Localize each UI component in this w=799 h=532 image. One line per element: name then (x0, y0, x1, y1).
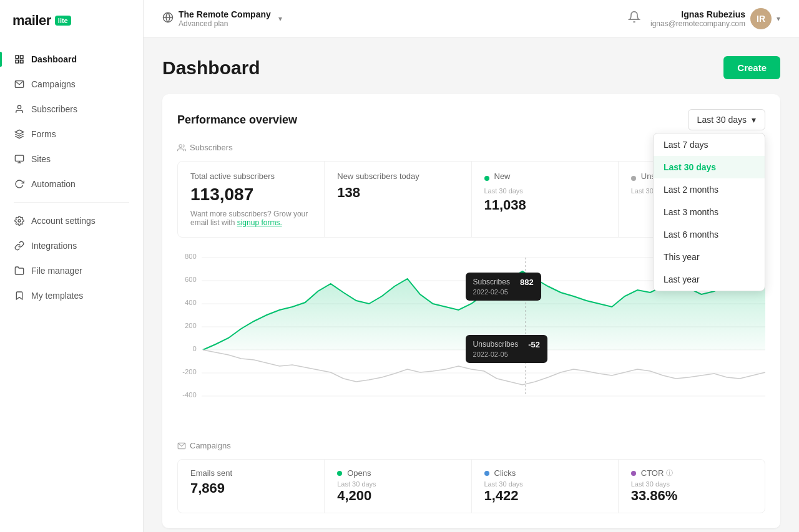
header-right-area: Ignas Rubezius ignas@remotecompany.com I… (628, 8, 780, 29)
sidebar-item-file-manager[interactable]: File manager (6, 259, 137, 283)
dropdown-item-lastyear[interactable]: Last year (654, 268, 765, 291)
svg-marker-6 (15, 130, 23, 134)
logo: mailer lite (12, 12, 130, 29)
dropdown-item-3months[interactable]: Last 3 months (654, 201, 765, 223)
sidebar-item-my-templates[interactable]: My templates (6, 284, 137, 307)
sidebar-item-dashboard-label: Dashboard (31, 54, 77, 64)
campaigns-section-label: Campaigns (177, 441, 765, 450)
mail-icon (14, 79, 25, 90)
layers-icon (14, 128, 25, 140)
top-header: The Remote Company Advanced plan ▾ Ignas… (144, 0, 799, 37)
logo-badge: lite (55, 16, 71, 26)
period-dropdown-button[interactable]: Last 30 days ▾ (688, 109, 765, 130)
ctor-label: CTOR ⓘ (631, 468, 752, 478)
new-value: 11,038 (484, 197, 605, 213)
user-text: Ignas Rubezius ignas@remotecompany.com (650, 9, 745, 28)
user-menu[interactable]: Ignas Rubezius ignas@remotecompany.com I… (650, 8, 780, 29)
stat-note: Want more subscribers? Grow your email l… (190, 210, 311, 227)
svg-text:200: 200 (185, 322, 197, 329)
avatar: IR (750, 8, 772, 29)
clicks-value: 1,422 (484, 488, 605, 504)
signup-forms-link[interactable]: signup forms. (237, 218, 282, 227)
svg-text:0: 0 (192, 345, 196, 352)
opens-value: 4,200 (337, 488, 458, 504)
total-value: 113,087 (190, 185, 311, 205)
page-header: Dashboard Create (162, 56, 780, 79)
sidebar-item-campaigns[interactable]: Campaigns (6, 72, 137, 96)
user-chevron-icon: ▾ (777, 14, 780, 23)
content-area: Dashboard Create Performance overview La… (144, 37, 799, 532)
new-dot (484, 176, 489, 181)
link-icon (14, 240, 25, 251)
grid-icon (14, 54, 25, 65)
dropdown-item-30days[interactable]: Last 30 days (654, 156, 765, 178)
sidebar-item-forms-label: Forms (31, 129, 56, 139)
sidebar-item-subscribers-label: Subscribers (31, 104, 77, 114)
sidebar-item-account-settings[interactable]: Account settings (6, 209, 137, 233)
bell-icon[interactable] (628, 11, 640, 26)
sidebar-item-automation[interactable]: Automation (6, 172, 137, 196)
dropdown-item-thisyear[interactable]: This year (654, 246, 765, 268)
svg-rect-1 (20, 56, 23, 59)
sidebar-item-forms[interactable]: Forms (6, 122, 137, 146)
dropdown-item-7days[interactable]: Last 7 days (654, 133, 765, 156)
svg-point-10 (18, 220, 21, 222)
sidebar-item-automation-label: Automation (31, 179, 76, 189)
new-today-label: New subscribers today (337, 172, 458, 181)
performance-card: Performance overview Last 30 days ▾ Last… (162, 94, 780, 528)
card-header: Performance overview Last 30 days ▾ Last… (177, 109, 765, 130)
clicks-stat: Clicks Last 30 days 1,422 (472, 460, 619, 513)
dropdown-item-2months[interactable]: Last 2 months (654, 178, 765, 201)
dropdown-item-6months[interactable]: Last 6 months (654, 223, 765, 246)
clicks-period: Last 30 days (484, 480, 605, 488)
ctor-stat: CTOR ⓘ Last 30 days 33.86% (619, 460, 765, 513)
svg-text:400: 400 (185, 299, 197, 306)
sidebar-item-dashboard[interactable]: Dashboard (6, 47, 137, 71)
performance-title: Performance overview (177, 114, 297, 127)
info-icon: ⓘ (666, 468, 673, 478)
refresh-icon (14, 178, 25, 190)
sidebar-item-campaigns-label: Campaigns (31, 79, 76, 89)
campaigns-section: Campaigns Emails sent 7,869 Opens Last 3… (177, 441, 765, 513)
sidebar-item-sites[interactable]: Sites (6, 147, 137, 171)
new-today-value: 138 (337, 185, 458, 201)
create-button[interactable]: Create (723, 56, 780, 79)
period-dropdown-menu: Last 7 days Last 30 days Last 2 months L… (653, 133, 765, 291)
svg-text:600: 600 (185, 276, 197, 283)
nav-items: Dashboard Campaigns Subscribers Forms Si… (0, 47, 143, 532)
company-chevron-icon: ▾ (278, 14, 282, 23)
campaigns-label-text: Campaigns (190, 441, 231, 450)
clicks-dot (484, 471, 489, 476)
folder-icon (14, 265, 25, 276)
svg-text:800: 800 (185, 253, 197, 260)
header-company-area[interactable]: The Remote Company Advanced plan ▾ (162, 9, 282, 28)
emails-sent-label: Emails sent (190, 468, 311, 478)
sidebar-item-file-manager-label: File manager (31, 266, 82, 276)
emails-sent-stat: Emails sent 7,869 (178, 460, 325, 513)
clicks-label: Clicks (484, 468, 605, 478)
globe-icon (162, 12, 174, 26)
company-info: The Remote Company Advanced plan (179, 9, 271, 28)
user-name: Ignas Rubezius (650, 9, 745, 19)
user-icon (14, 104, 25, 115)
new-period: Last 30 days (484, 187, 605, 195)
opens-label: Opens (337, 468, 458, 478)
ctor-dot (631, 471, 636, 476)
bookmark-icon (14, 290, 25, 301)
sidebar-item-sites-label: Sites (31, 154, 51, 164)
unsub-dot (631, 176, 636, 181)
company-name: The Remote Company (179, 9, 271, 19)
sidebar-item-integrations[interactable]: Integrations (6, 234, 137, 258)
page-title: Dashboard (162, 57, 260, 79)
nav-divider-1 (14, 202, 129, 203)
period-dropdown-container: Last 30 days ▾ Last 7 days Last 30 days … (688, 109, 765, 130)
user-email: ignas@remotecompany.com (650, 19, 745, 28)
emails-sent-value: 7,869 (190, 480, 311, 496)
sidebar-item-subscribers[interactable]: Subscribers (6, 97, 137, 121)
svg-rect-2 (16, 60, 19, 63)
new-period-stat: New Last 30 days 11,038 (472, 162, 619, 237)
svg-rect-7 (15, 155, 23, 161)
ctor-period: Last 30 days (631, 480, 752, 488)
sidebar-item-my-templates-label: My templates (31, 291, 83, 301)
campaigns-stats-row: Emails sent 7,869 Opens Last 30 days 4,2… (177, 459, 765, 513)
